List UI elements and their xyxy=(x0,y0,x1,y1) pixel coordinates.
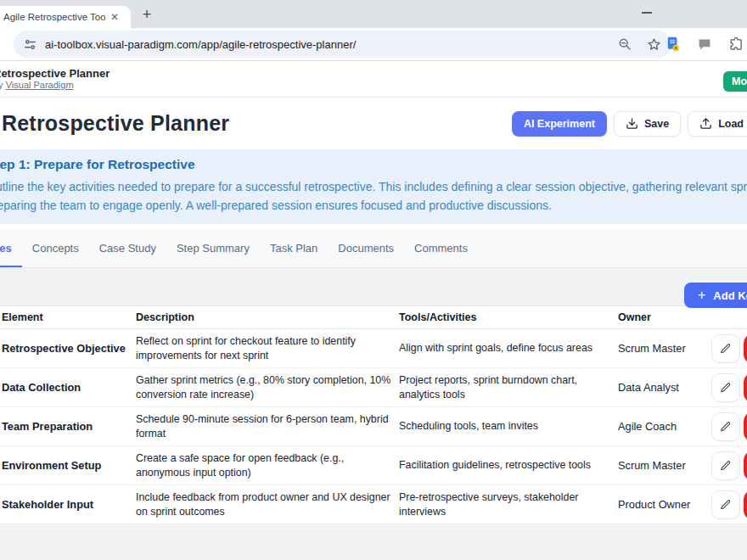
chat-extension-icon[interactable] xyxy=(698,37,711,51)
cell-owner: Product Owner xyxy=(618,498,711,511)
step-description-line: Outline the key activities needed to pre… xyxy=(0,177,747,196)
content-panel: + Add Key Activity ElementDescriptionToo… xyxy=(0,268,747,560)
load-button[interactable]: Load xyxy=(688,111,747,137)
tab-close-icon[interactable]: ✕ xyxy=(110,12,119,22)
edit-row-button[interactable] xyxy=(711,412,740,441)
edit-row-button[interactable] xyxy=(711,334,740,363)
site-title: Retrospective Planner xyxy=(0,67,747,80)
cell-description: Reflect on sprint for checkout feature t… xyxy=(136,334,399,362)
column-header: Element xyxy=(0,311,136,323)
page-title: Retrospective Planner xyxy=(2,111,229,136)
browser-tab-strip: Agile Retrospective Tool | F ✕ + xyxy=(0,0,747,28)
add-row: + Add Key Activity xyxy=(0,268,747,294)
cell-tools: Project reports, sprint burndown chart, … xyxy=(399,373,618,401)
site-byline: by Visual Paradigm xyxy=(0,80,747,91)
table-row: Stakeholder InputInclude feedback from p… xyxy=(0,485,747,524)
step-description-line: preparing the team to engage openly. A w… xyxy=(0,196,747,215)
address-bar[interactable]: ai-toolbox.visual-paradigm.com/app/agile… xyxy=(14,31,671,58)
cell-element: Stakeholder Input xyxy=(0,498,136,511)
cell-element: Team Preparation xyxy=(0,420,136,433)
extensions-puzzle-icon[interactable] xyxy=(729,37,744,52)
column-header: Description xyxy=(136,311,399,323)
ai-experiment-button[interactable]: AI Experiment xyxy=(512,111,607,137)
zoom-out-icon[interactable] xyxy=(618,37,632,51)
delete-row-button[interactable] xyxy=(744,412,747,441)
browser-window: Agile Retrospective Tool | F ✕ + ai-tool… xyxy=(0,0,747,560)
column-header: Tools/Activities xyxy=(399,311,618,323)
table-row: Retrospective ObjectiveReflect on sprint… xyxy=(0,329,747,368)
minimize-icon[interactable] xyxy=(642,12,652,14)
cell-description: Gather sprint metrics (e.g., 80% story c… xyxy=(136,373,399,401)
cell-tools: Pre-retrospective surveys, stakeholder i… xyxy=(399,490,618,518)
step-description: Outline the key activities needed to pre… xyxy=(0,177,747,215)
load-label: Load xyxy=(718,118,744,130)
cell-owner: Scrum Master xyxy=(618,459,711,472)
column-header: Owner xyxy=(618,311,711,323)
edit-row-button[interactable] xyxy=(711,451,740,480)
tab-activities[interactable]: Activities xyxy=(0,229,22,267)
new-tab-button[interactable]: + xyxy=(138,5,156,24)
tab-case-study[interactable]: Case Study xyxy=(89,229,166,267)
docs-extension-icon[interactable] xyxy=(666,36,680,52)
cell-owner: Agile Coach xyxy=(618,420,711,433)
table-body: Retrospective ObjectiveReflect on sprint… xyxy=(0,329,747,524)
tab-task-plan[interactable]: Task Plan xyxy=(260,229,328,267)
browser-tab-title: Agile Retrospective Tool | F xyxy=(3,12,105,22)
edit-row-button[interactable] xyxy=(711,490,740,519)
step-info-box: Step 1: Prepare for Retrospective Outlin… xyxy=(0,149,747,224)
tabs-row: ActivitiesConceptsCase StudyStep Summary… xyxy=(0,229,747,268)
delete-row-button[interactable] xyxy=(744,490,747,519)
cell-description: Schedule 90-minute session for 6-person … xyxy=(136,412,399,440)
browser-tab[interactable]: Agile Retrospective Tool | F ✕ xyxy=(0,6,131,28)
cell-tools: Align with sprint goals, define focus ar… xyxy=(399,341,618,356)
edit-row-button[interactable] xyxy=(711,373,740,402)
plus-icon: + xyxy=(698,288,705,302)
add-button-label: Add Key Activity xyxy=(713,289,747,302)
webpage: Retrospective Planner by Visual Paradigm… xyxy=(0,61,747,560)
activities-table: ElementDescriptionTools/ActivitiesOwner … xyxy=(0,305,747,524)
cell-owner: Data Analyst xyxy=(618,381,711,394)
save-label: Save xyxy=(644,118,669,130)
visual-paradigm-link[interactable]: Visual Paradigm xyxy=(6,80,74,90)
table-row: Data CollectionGather sprint metrics (e.… xyxy=(0,368,747,407)
table-row: Environment SetupCreate a safe space for… xyxy=(0,446,747,485)
cell-description: Include feedback from product owner and … xyxy=(136,490,399,518)
cell-element: Data Collection xyxy=(0,381,136,394)
browser-toolbar: ai-toolbox.visual-paradigm.com/app/agile… xyxy=(0,28,747,61)
save-button[interactable]: Save xyxy=(614,111,681,137)
table-row: Team PreparationSchedule 90-minute sessi… xyxy=(0,407,747,446)
download-icon xyxy=(626,117,638,130)
cell-element: Environment Setup xyxy=(0,459,136,472)
delete-row-button[interactable] xyxy=(744,451,747,480)
tab-concepts[interactable]: Concepts xyxy=(22,229,89,267)
page-title-row: Retrospective Planner AI Experiment Save xyxy=(0,98,747,149)
delete-row-button[interactable] xyxy=(744,334,747,363)
delete-row-button[interactable] xyxy=(744,373,747,402)
step-heading: Step 1: Prepare for Retrospective xyxy=(0,157,747,172)
cell-description: Create a safe space for open feedback (e… xyxy=(136,451,399,479)
tab-documents[interactable]: Documents xyxy=(328,229,404,267)
cell-tools: Scheduling tools, team invites xyxy=(399,419,618,434)
cell-owner: Scrum Master xyxy=(618,342,711,355)
cell-element: Retrospective Objective xyxy=(0,342,136,355)
url-text[interactable]: ai-toolbox.visual-paradigm.com/app/agile… xyxy=(45,38,356,51)
upload-icon xyxy=(699,117,712,130)
tab-comments[interactable]: Comments xyxy=(404,229,478,267)
site-settings-icon[interactable] xyxy=(24,38,37,51)
byline-prefix: by xyxy=(0,80,6,90)
add-key-activity-button[interactable]: + Add Key Activity xyxy=(684,283,747,308)
table-header-row: ElementDescriptionTools/ActivitiesOwner xyxy=(0,305,747,329)
tab-bar: ActivitiesConceptsCase StudyStep Summary… xyxy=(0,229,478,267)
site-header: Retrospective Planner by Visual Paradigm… xyxy=(0,61,747,98)
bookmark-star-icon[interactable] xyxy=(647,37,661,52)
more-button[interactable]: More xyxy=(723,71,747,92)
cell-tools: Facilitation guidelines, retrospective t… xyxy=(399,458,618,473)
tab-step-summary[interactable]: Step Summary xyxy=(166,229,260,267)
